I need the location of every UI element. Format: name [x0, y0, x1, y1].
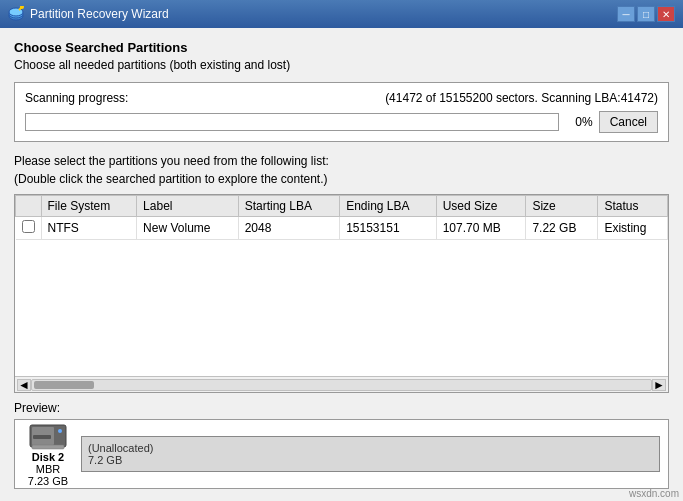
scroll-right-button[interactable]: ►	[652, 379, 666, 391]
progress-pct: 0%	[565, 115, 593, 129]
h-scrollbar-thumb	[34, 381, 94, 389]
main-content: Choose Searched Partitions Choose all ne…	[0, 28, 683, 501]
row-checkbox[interactable]	[22, 220, 35, 233]
scan-label: Scanning progress:	[25, 91, 128, 105]
page-subtitle: Choose all needed partitions (both exist…	[14, 58, 669, 72]
row-label: New Volume	[137, 217, 239, 240]
row-size: 7.22 GB	[526, 217, 598, 240]
close-button[interactable]: ✕	[657, 6, 675, 22]
col-size: Size	[526, 196, 598, 217]
app-icon	[8, 6, 24, 22]
scan-box: Scanning progress: (41472 of 15155200 se…	[14, 82, 669, 142]
preview-section: Preview: Disk 2	[14, 401, 669, 489]
horizontal-scrollbar-row: ◄ ►	[15, 376, 668, 392]
row-checkbox-cell[interactable]	[16, 217, 42, 240]
title-bar: Partition Recovery Wizard ─ □ ✕	[0, 0, 683, 28]
row-starting-lba: 2048	[238, 217, 340, 240]
title-buttons: ─ □ ✕	[617, 6, 675, 22]
col-status: Status	[598, 196, 668, 217]
disk-unalloc-segment: (Unallocated) 7.2 GB	[82, 437, 659, 471]
preview-box: Disk 2 MBR 7.23 GB (Unallocated) 7.2 GB	[14, 419, 669, 489]
cancel-button[interactable]: Cancel	[599, 111, 658, 133]
disk-label: Disk 2	[32, 451, 64, 463]
row-filesystem: NTFS	[41, 217, 137, 240]
table-scroll-area[interactable]: File System Label Starting LBA Ending LB…	[15, 195, 668, 376]
instructions: Please select the partitions you need fr…	[14, 152, 669, 188]
svg-rect-6	[33, 435, 51, 439]
disk-bar-area: (Unallocated) 7.2 GB	[81, 436, 660, 472]
svg-rect-8	[32, 445, 64, 449]
col-starting-lba: Starting LBA	[238, 196, 340, 217]
col-filesystem: File System	[41, 196, 137, 217]
disk-icon-area: Disk 2 MBR 7.23 GB	[23, 421, 73, 487]
instruction-line2: (Double click the searched partition to …	[14, 170, 669, 188]
col-label: Label	[137, 196, 239, 217]
page-title: Choose Searched Partitions	[14, 40, 669, 55]
restore-button[interactable]: □	[637, 6, 655, 22]
svg-point-7	[58, 429, 62, 433]
disk-type: MBR	[36, 463, 60, 475]
disk-drive-icon	[28, 421, 68, 451]
disk-unalloc-size: 7.2 GB	[88, 454, 659, 466]
disk-size: 7.23 GB	[28, 475, 68, 487]
minimize-button[interactable]: ─	[617, 6, 635, 22]
disk-unalloc-label: (Unallocated)	[88, 442, 659, 454]
col-checkbox	[16, 196, 42, 217]
col-ending-lba: Ending LBA	[340, 196, 437, 217]
row-ending-lba: 15153151	[340, 217, 437, 240]
watermark: wsxdn.com	[629, 488, 679, 499]
h-scrollbar[interactable]	[31, 379, 652, 391]
scroll-left-button[interactable]: ◄	[17, 379, 31, 391]
instruction-line1: Please select the partitions you need fr…	[14, 152, 669, 170]
col-used-size: Used Size	[436, 196, 526, 217]
progress-bar-container	[25, 113, 559, 131]
scan-status: (41472 of 15155200 sectors. Scanning LBA…	[385, 91, 658, 105]
disk-partition-bar: (Unallocated) 7.2 GB	[81, 436, 660, 472]
partition-table: File System Label Starting LBA Ending LB…	[15, 195, 668, 240]
preview-label: Preview:	[14, 401, 669, 415]
title-text: Partition Recovery Wizard	[30, 7, 169, 21]
row-used-size: 107.70 MB	[436, 217, 526, 240]
row-status: Existing	[598, 217, 668, 240]
table-row[interactable]: NTFS New Volume 2048 15153151 107.70 MB …	[16, 217, 668, 240]
partition-table-wrapper: File System Label Starting LBA Ending LB…	[14, 194, 669, 393]
